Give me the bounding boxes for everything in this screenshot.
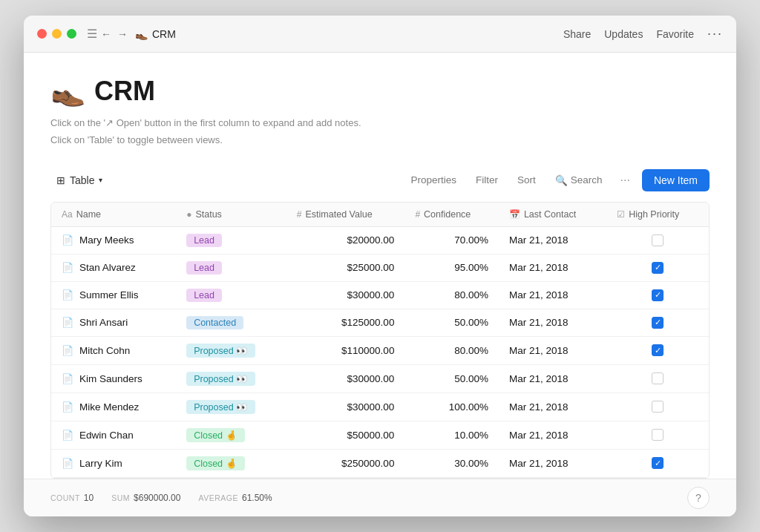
value-col-icon: # — [297, 209, 302, 220]
sort-button[interactable]: Sort — [511, 171, 542, 189]
high-priority-checkbox[interactable]: ✓ — [652, 289, 664, 301]
row-doc-icon: 📄 — [62, 234, 73, 246]
col-header-value: #Estimated Value — [286, 203, 405, 227]
count-stat: COUNT 10 — [50, 493, 94, 503]
confidence-cell: 50.00% — [404, 309, 499, 336]
table-icon: ⊞ — [56, 174, 65, 186]
status-cell: Closed 🤞 — [176, 449, 286, 477]
data-table-container: AaName ●Status #Estimated Value #Confide… — [50, 202, 710, 479]
description-line1: Click on the '↗ Open' button in the firs… — [50, 115, 710, 131]
minimize-button[interactable] — [52, 29, 62, 39]
page-description: Click on the '↗ Open' button in the firs… — [50, 115, 710, 148]
page-content: 👞 CRM Click on the '↗ Open' button in th… — [24, 53, 736, 478]
table-row: 📄 Mitch Cohn Proposed 👀 $110000.00 80.00… — [51, 336, 709, 364]
page-title-row: 👞 CRM — [50, 75, 710, 108]
new-item-button[interactable]: New Item — [642, 169, 710, 191]
confidence-col-icon: # — [415, 209, 420, 220]
name-cell: 📄 Stan Alvarez — [51, 254, 176, 281]
person-name: Shri Ansari — [79, 317, 128, 328]
forward-button[interactable]: → — [117, 28, 128, 40]
col-header-name: AaName — [51, 203, 176, 227]
person-name: Mary Meeks — [79, 234, 134, 246]
status-badge: Proposed 👀 — [186, 344, 255, 358]
search-button[interactable]: 🔍 Search — [549, 171, 609, 190]
maximize-button[interactable] — [67, 29, 76, 39]
back-button[interactable]: ← — [101, 28, 111, 40]
view-toggle-button[interactable]: ⊞ Table ▾ — [50, 171, 108, 190]
last-contact-cell: Mar 21, 2018 — [499, 254, 606, 281]
row-doc-icon: 📄 — [62, 289, 73, 301]
high-priority-checkbox[interactable]: ✓ — [652, 262, 664, 274]
page-header: 👞 CRM Click on the '↗ Open' button in th… — [50, 75, 710, 161]
high-priority-checkbox[interactable] — [652, 429, 664, 441]
high-priority-checkbox[interactable]: ✓ — [652, 457, 664, 469]
col-header-confidence: #Confidence — [404, 203, 499, 227]
status-badge: Closed 🤞 — [186, 456, 244, 470]
value-cell: $125000.00 — [286, 309, 405, 336]
app-name: CRM — [152, 28, 176, 40]
name-cell: 📄 Kim Saunders — [51, 364, 176, 393]
help-button[interactable]: ? — [687, 487, 710, 509]
titlebar-actions: Share Updates Favorite ··· — [563, 26, 723, 42]
row-doc-icon: 📄 — [62, 430, 73, 441]
row-doc-icon: 📄 — [62, 458, 73, 469]
confidence-cell: 80.00% — [404, 336, 499, 364]
status-badge: Proposed 👀 — [186, 400, 255, 414]
high-priority-checkbox[interactable]: ✓ — [652, 344, 664, 356]
status-badge: Lead — [186, 289, 222, 302]
row-doc-icon: 📄 — [62, 345, 73, 356]
row-doc-icon: 📄 — [62, 373, 73, 384]
sum-value: $690000.00 — [134, 493, 180, 503]
name-cell: 📄 Larry Kim — [51, 449, 176, 477]
value-cell: $20000.00 — [286, 226, 405, 254]
status-cell: Lead — [176, 254, 286, 281]
high-priority-checkbox[interactable] — [652, 234, 664, 246]
status-col-icon: ● — [186, 209, 191, 220]
share-button[interactable]: Share — [563, 28, 591, 40]
table-row: 📄 Edwin Chan Closed 🤞 $50000.00 10.00% M… — [51, 421, 709, 449]
priority-cell — [606, 421, 709, 449]
more-options-button[interactable]: ··· — [707, 26, 723, 42]
sum-label: SUM — [111, 493, 130, 502]
name-cell: 📄 Summer Ellis — [51, 281, 176, 309]
person-name: Mitch Cohn — [79, 345, 130, 356]
person-name: Larry Kim — [79, 458, 122, 469]
favorite-button[interactable]: Favorite — [656, 28, 694, 40]
status-badge: Lead — [186, 261, 222, 275]
name-cell: 📄 Edwin Chan — [51, 421, 176, 449]
confidence-cell: 30.00% — [404, 449, 499, 477]
last-contact-cell: Mar 21, 2018 — [499, 336, 606, 364]
search-icon: 🔍 — [555, 174, 568, 186]
high-priority-checkbox[interactable] — [652, 372, 664, 384]
toolbar: ⊞ Table ▾ Properties Filter Sort 🔍 Searc… — [50, 169, 710, 191]
high-priority-col-icon: ☑ — [617, 209, 625, 220]
status-badge: Closed 🤞 — [186, 428, 244, 442]
col-header-last-contact: 📅Last Contact — [499, 203, 606, 227]
status-badge: Contacted — [186, 316, 243, 329]
status-cell: Lead — [176, 226, 286, 254]
high-priority-checkbox[interactable] — [652, 401, 664, 413]
priority-cell: ✓ — [606, 254, 709, 281]
count-label: COUNT — [50, 493, 80, 502]
priority-cell: ✓ — [606, 336, 709, 364]
table-row: 📄 Mary Meeks Lead $20000.00 70.00% Mar 2… — [51, 226, 709, 254]
priority-cell: ✓ — [606, 309, 709, 336]
toolbar-more-button[interactable]: ··· — [616, 171, 635, 190]
properties-button[interactable]: Properties — [404, 171, 462, 189]
table-row: 📄 Stan Alvarez Lead $25000.00 95.00% Mar… — [51, 254, 709, 281]
last-contact-cell: Mar 21, 2018 — [499, 309, 606, 336]
status-cell: Proposed 👀 — [176, 364, 286, 393]
person-name: Kim Saunders — [79, 373, 142, 384]
status-cell: Proposed 👀 — [176, 336, 286, 364]
updates-button[interactable]: Updates — [604, 28, 643, 40]
search-label: Search — [571, 174, 603, 185]
value-cell: $30000.00 — [286, 393, 405, 421]
table-footer: COUNT 10 SUM $690000.00 AVERAGE 61.50% ? — [24, 479, 736, 516]
menu-icon[interactable]: ☰ — [87, 27, 97, 41]
nav-controls: ← → — [101, 28, 128, 40]
table-row: 📄 Larry Kim Closed 🤞 $250000.00 30.00% M… — [51, 449, 709, 477]
filter-button[interactable]: Filter — [470, 171, 504, 189]
close-button[interactable] — [37, 29, 47, 39]
high-priority-checkbox[interactable]: ✓ — [652, 317, 664, 329]
sum-stat: SUM $690000.00 — [111, 493, 180, 503]
